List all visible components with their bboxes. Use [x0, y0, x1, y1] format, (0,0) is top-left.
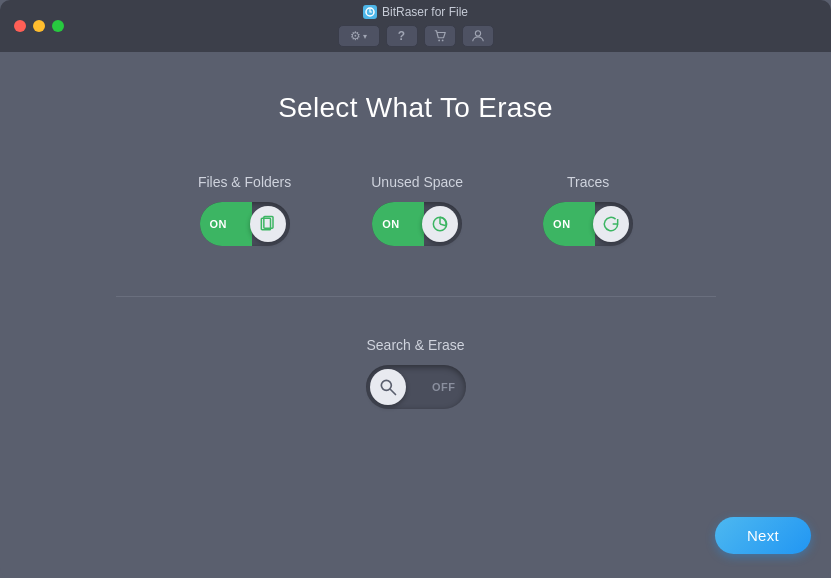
search-icon	[378, 377, 398, 397]
app-window: BitRaser for File ⚙ ▾ ?	[0, 0, 831, 578]
unused-space-toggle-item: Unused Space ON	[371, 174, 463, 246]
search-erase-toggle[interactable]: OFF	[366, 365, 466, 409]
svg-point-1	[438, 40, 440, 42]
svg-line-8	[390, 390, 395, 395]
user-icon	[471, 29, 485, 43]
search-erase-label: Search & Erase	[366, 337, 464, 353]
page-title: Select What To Erase	[278, 92, 553, 124]
traces-track: ON	[543, 202, 595, 246]
minimize-button[interactable]	[33, 20, 45, 32]
app-title-text: BitRaser for File	[382, 5, 468, 19]
traces-knob	[593, 206, 629, 242]
cart-button[interactable]	[424, 25, 456, 47]
traces-state: ON	[553, 218, 571, 230]
files-folders-label: Files & Folders	[198, 174, 291, 190]
user-button[interactable]	[462, 25, 494, 47]
traffic-lights	[14, 20, 64, 32]
section-divider	[116, 296, 716, 297]
traces-label: Traces	[567, 174, 609, 190]
help-icon: ?	[398, 29, 405, 43]
files-icon	[258, 214, 278, 234]
app-title: BitRaser for File	[363, 5, 468, 19]
files-folders-track: ON	[200, 202, 252, 246]
help-button[interactable]: ?	[386, 25, 418, 47]
unused-space-state: ON	[382, 218, 400, 230]
unused-space-label: Unused Space	[371, 174, 463, 190]
svg-point-3	[475, 31, 480, 36]
toggles-row: Files & Folders ON Unused Space	[198, 174, 633, 246]
traces-toggle-item: Traces ON	[543, 174, 633, 246]
svg-point-7	[381, 380, 391, 390]
titlebar: BitRaser for File ⚙ ▾ ?	[0, 0, 831, 52]
traces-toggle[interactable]: ON	[543, 202, 633, 246]
files-folders-knob	[250, 206, 286, 242]
close-button[interactable]	[14, 20, 26, 32]
chart-icon	[430, 214, 450, 234]
settings-icon: ⚙	[350, 29, 361, 43]
search-erase-state: OFF	[432, 381, 456, 393]
settings-button[interactable]: ⚙ ▾	[338, 25, 380, 47]
maximize-button[interactable]	[52, 20, 64, 32]
next-button[interactable]: Next	[715, 517, 811, 554]
refresh-icon	[601, 214, 621, 234]
files-folders-toggle-item: Files & Folders ON	[198, 174, 291, 246]
search-erase-knob	[370, 369, 406, 405]
settings-arrow-icon: ▾	[363, 32, 367, 41]
files-folders-state: ON	[210, 218, 228, 230]
search-erase-toggle-item: Search & Erase OFF	[366, 337, 466, 409]
svg-point-2	[441, 40, 443, 42]
cart-icon	[433, 29, 447, 43]
files-folders-toggle[interactable]: ON	[200, 202, 290, 246]
toolbar-icons: ⚙ ▾ ?	[338, 25, 494, 47]
content-wrapper: Select What To Erase Files & Folders ON	[0, 52, 831, 578]
unused-space-track: ON	[372, 202, 424, 246]
titlebar-center: BitRaser for File ⚙ ▾ ?	[338, 5, 494, 47]
unused-space-knob	[422, 206, 458, 242]
unused-space-toggle[interactable]: ON	[372, 202, 462, 246]
app-icon	[363, 5, 377, 19]
